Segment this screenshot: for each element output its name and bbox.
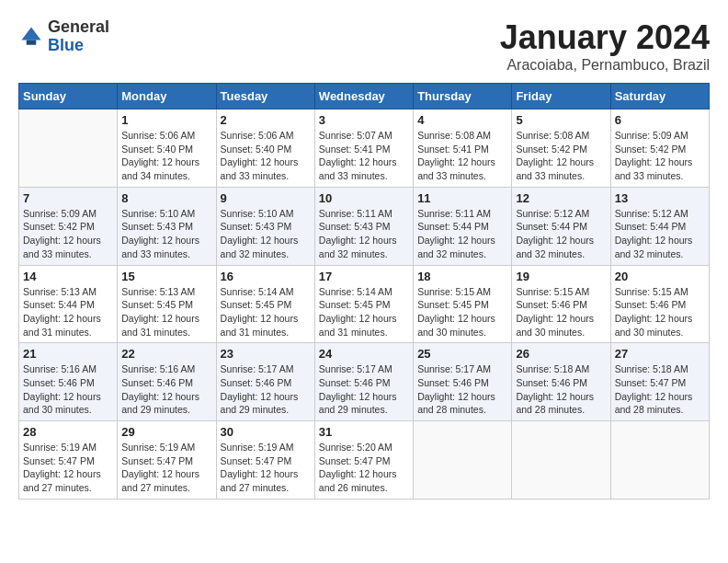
- day-cell: 24Sunrise: 5:17 AM Sunset: 5:46 PM Dayli…: [314, 343, 413, 421]
- header-row: SundayMondayTuesdayWednesdayThursdayFrid…: [19, 84, 710, 109]
- day-info: Sunrise: 5:06 AM Sunset: 5:40 PM Dayligh…: [121, 129, 211, 183]
- header-cell-monday: Monday: [118, 84, 216, 109]
- day-info: Sunrise: 5:14 AM Sunset: 5:45 PM Dayligh…: [319, 285, 409, 339]
- day-number: 29: [121, 425, 211, 439]
- day-cell: 7Sunrise: 5:09 AM Sunset: 5:42 PM Daylig…: [19, 187, 118, 265]
- day-cell: 18Sunrise: 5:15 AM Sunset: 5:45 PM Dayli…: [414, 265, 512, 343]
- day-cell: 22Sunrise: 5:16 AM Sunset: 5:46 PM Dayli…: [118, 343, 216, 421]
- day-cell: 27Sunrise: 5:18 AM Sunset: 5:47 PM Dayli…: [610, 343, 709, 421]
- day-cell: [610, 421, 709, 500]
- day-number: 11: [417, 191, 507, 205]
- svg-rect-1: [27, 40, 37, 44]
- day-info: Sunrise: 5:16 AM Sunset: 5:46 PM Dayligh…: [121, 362, 211, 417]
- title-area: January 2024 Aracoiaba, Pernambuco, Braz…: [500, 18, 710, 74]
- day-number: 18: [417, 270, 507, 283]
- day-info: Sunrise: 5:17 AM Sunset: 5:46 PM Dayligh…: [319, 362, 409, 417]
- day-cell: 26Sunrise: 5:18 AM Sunset: 5:46 PM Dayli…: [512, 343, 610, 421]
- day-cell: 6Sunrise: 5:09 AM Sunset: 5:42 PM Daylig…: [610, 109, 709, 188]
- header-cell-saturday: Saturday: [610, 84, 709, 109]
- day-number: 24: [319, 347, 409, 361]
- day-number: 16: [221, 270, 311, 283]
- day-cell: 12Sunrise: 5:12 AM Sunset: 5:44 PM Dayli…: [512, 187, 610, 265]
- calendar-header: SundayMondayTuesdayWednesdayThursdayFrid…: [19, 84, 710, 109]
- day-info: Sunrise: 5:18 AM Sunset: 5:46 PM Dayligh…: [516, 362, 606, 417]
- calendar-table: SundayMondayTuesdayWednesdayThursdayFrid…: [18, 83, 710, 500]
- day-info: Sunrise: 5:10 AM Sunset: 5:43 PM Dayligh…: [121, 207, 211, 261]
- day-number: 13: [615, 191, 705, 205]
- day-number: 12: [516, 191, 606, 205]
- day-info: Sunrise: 5:08 AM Sunset: 5:42 PM Dayligh…: [516, 129, 606, 183]
- day-info: Sunrise: 5:09 AM Sunset: 5:42 PM Dayligh…: [615, 129, 705, 183]
- day-cell: 8Sunrise: 5:10 AM Sunset: 5:43 PM Daylig…: [118, 187, 216, 265]
- day-cell: 10Sunrise: 5:11 AM Sunset: 5:43 PM Dayli…: [314, 187, 413, 265]
- day-info: Sunrise: 5:10 AM Sunset: 5:43 PM Dayligh…: [221, 207, 311, 261]
- day-number: 26: [516, 347, 606, 361]
- day-number: 23: [221, 347, 311, 361]
- day-number: 20: [615, 270, 705, 283]
- day-info: Sunrise: 5:15 AM Sunset: 5:46 PM Dayligh…: [516, 285, 606, 339]
- day-info: Sunrise: 5:13 AM Sunset: 5:44 PM Dayligh…: [23, 285, 113, 339]
- day-cell: 20Sunrise: 5:15 AM Sunset: 5:46 PM Dayli…: [610, 265, 709, 343]
- day-info: Sunrise: 5:15 AM Sunset: 5:46 PM Dayligh…: [615, 285, 705, 339]
- header-cell-tuesday: Tuesday: [216, 84, 314, 109]
- header-cell-sunday: Sunday: [19, 84, 118, 109]
- location-title: Aracoiaba, Pernambuco, Brazil: [500, 57, 710, 74]
- svg-marker-0: [22, 27, 41, 40]
- day-info: Sunrise: 5:07 AM Sunset: 5:41 PM Dayligh…: [319, 129, 409, 183]
- day-cell: 25Sunrise: 5:17 AM Sunset: 5:46 PM Dayli…: [414, 343, 512, 421]
- header-cell-wednesday: Wednesday: [314, 84, 413, 109]
- week-row-2: 7Sunrise: 5:09 AM Sunset: 5:42 PM Daylig…: [19, 187, 710, 265]
- day-info: Sunrise: 5:12 AM Sunset: 5:44 PM Dayligh…: [516, 207, 606, 261]
- day-number: 19: [516, 270, 606, 283]
- day-number: 5: [516, 113, 606, 127]
- day-cell: 2Sunrise: 5:06 AM Sunset: 5:40 PM Daylig…: [216, 109, 314, 188]
- day-number: 27: [615, 347, 705, 361]
- header-cell-thursday: Thursday: [414, 84, 512, 109]
- day-number: 25: [417, 347, 507, 361]
- day-info: Sunrise: 5:13 AM Sunset: 5:45 PM Dayligh…: [121, 285, 211, 339]
- day-cell: 5Sunrise: 5:08 AM Sunset: 5:42 PM Daylig…: [512, 109, 610, 188]
- day-cell: [414, 421, 512, 500]
- day-info: Sunrise: 5:19 AM Sunset: 5:47 PM Dayligh…: [23, 441, 113, 495]
- day-number: 21: [23, 347, 113, 361]
- day-cell: 17Sunrise: 5:14 AM Sunset: 5:45 PM Dayli…: [314, 265, 413, 343]
- day-cell: [19, 109, 118, 188]
- day-number: 15: [121, 270, 211, 283]
- day-cell: 23Sunrise: 5:17 AM Sunset: 5:46 PM Dayli…: [216, 343, 314, 421]
- day-number: 28: [23, 425, 113, 439]
- logo-icon: [18, 24, 44, 50]
- day-info: Sunrise: 5:14 AM Sunset: 5:45 PM Dayligh…: [221, 285, 311, 339]
- day-cell: 9Sunrise: 5:10 AM Sunset: 5:43 PM Daylig…: [216, 187, 314, 265]
- day-cell: 13Sunrise: 5:12 AM Sunset: 5:44 PM Dayli…: [610, 187, 709, 265]
- day-info: Sunrise: 5:17 AM Sunset: 5:46 PM Dayligh…: [417, 362, 507, 417]
- day-cell: 29Sunrise: 5:19 AM Sunset: 5:47 PM Dayli…: [118, 421, 216, 500]
- day-number: 14: [23, 270, 113, 283]
- day-number: 30: [221, 425, 311, 439]
- day-cell: 19Sunrise: 5:15 AM Sunset: 5:46 PM Dayli…: [512, 265, 610, 343]
- day-number: 7: [23, 191, 113, 205]
- day-number: 3: [319, 113, 409, 127]
- day-cell: [512, 421, 610, 500]
- day-number: 17: [319, 270, 409, 283]
- week-row-4: 21Sunrise: 5:16 AM Sunset: 5:46 PM Dayli…: [19, 343, 710, 421]
- logo-general: General: [48, 18, 109, 37]
- week-row-1: 1Sunrise: 5:06 AM Sunset: 5:40 PM Daylig…: [19, 109, 710, 188]
- day-number: 31: [319, 425, 409, 439]
- day-info: Sunrise: 5:19 AM Sunset: 5:47 PM Dayligh…: [221, 441, 311, 495]
- page-header: General Blue January 2024 Aracoiaba, Per…: [18, 18, 710, 74]
- day-number: 10: [319, 191, 409, 205]
- day-info: Sunrise: 5:16 AM Sunset: 5:46 PM Dayligh…: [23, 362, 113, 417]
- day-number: 9: [221, 191, 311, 205]
- day-cell: 31Sunrise: 5:20 AM Sunset: 5:47 PM Dayli…: [314, 421, 413, 500]
- day-number: 22: [121, 347, 211, 361]
- logo-text: General Blue: [48, 18, 109, 55]
- day-cell: 14Sunrise: 5:13 AM Sunset: 5:44 PM Dayli…: [19, 265, 118, 343]
- day-number: 6: [615, 113, 705, 127]
- day-cell: 30Sunrise: 5:19 AM Sunset: 5:47 PM Dayli…: [216, 421, 314, 500]
- day-cell: 1Sunrise: 5:06 AM Sunset: 5:40 PM Daylig…: [118, 109, 216, 188]
- logo: General Blue: [18, 18, 109, 55]
- day-cell: 21Sunrise: 5:16 AM Sunset: 5:46 PM Dayli…: [19, 343, 118, 421]
- day-cell: 16Sunrise: 5:14 AM Sunset: 5:45 PM Dayli…: [216, 265, 314, 343]
- month-title: January 2024: [500, 18, 710, 57]
- day-info: Sunrise: 5:12 AM Sunset: 5:44 PM Dayligh…: [615, 207, 705, 261]
